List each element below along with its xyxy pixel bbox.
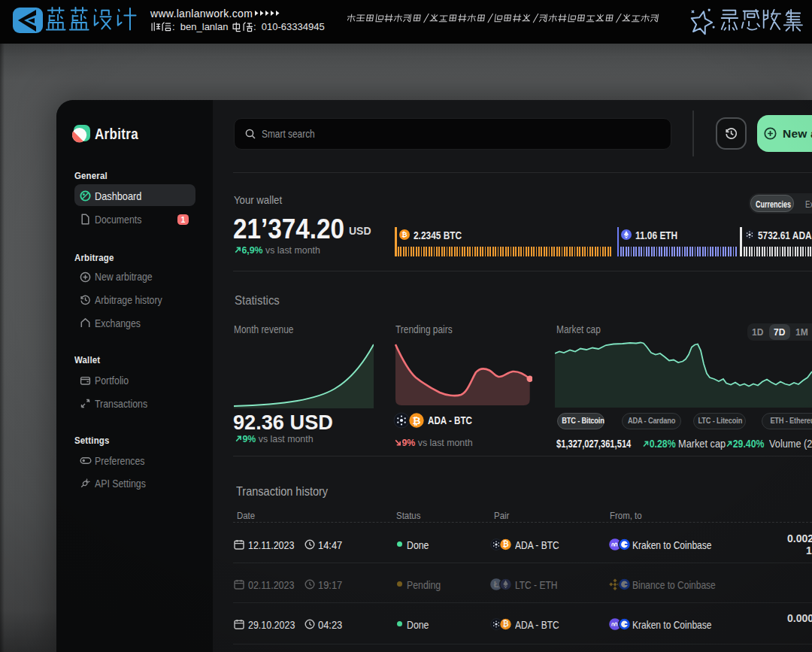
svg-text:Ł: Ł <box>494 580 499 589</box>
svg-text:₿: ₿ <box>502 620 508 628</box>
